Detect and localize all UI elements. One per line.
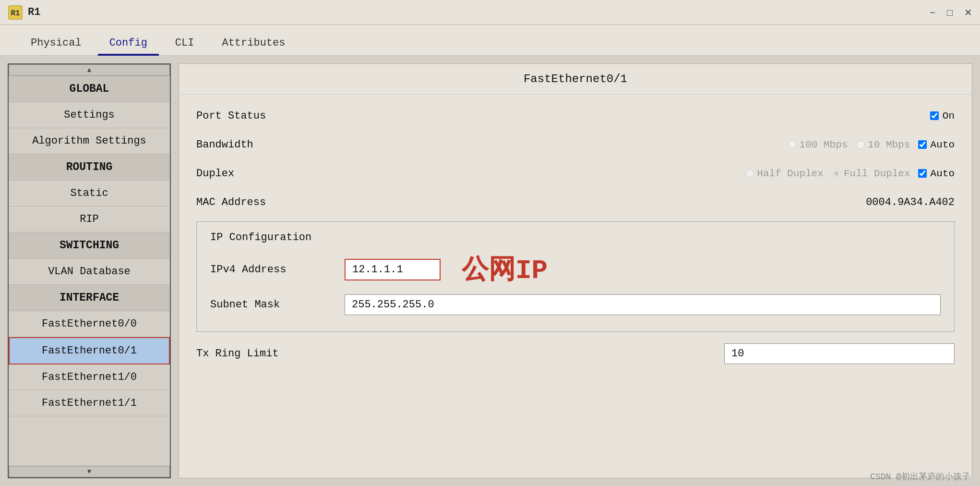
duplex-label: Duplex [196, 168, 331, 180]
sidebar: ▲ GLOBAL Settings Algorithm Settings ROU… [8, 63, 171, 478]
subnet-label: Subnet Mask [210, 299, 345, 311]
bandwidth-100-radio[interactable] [788, 140, 797, 149]
tab-bar: Physical Config CLI Attributes [0, 25, 980, 56]
bandwidth-10-radio[interactable] [856, 140, 865, 149]
bandwidth-auto-checkbox[interactable] [918, 140, 927, 149]
maximize-button[interactable]: □ [947, 8, 953, 17]
mac-address-value: 0004.9A34.A402 [866, 196, 955, 208]
sidebar-item-settings[interactable]: Settings [9, 102, 170, 128]
public-ip-annotation: 公网IP [462, 251, 548, 288]
watermark: CSDN @初出茅庐的小孩子 [870, 471, 970, 482]
ip-config-header: IP Configuration [210, 231, 941, 243]
bandwidth-controls: 100 Mbps 10 Mbps Auto [331, 139, 955, 150]
main-content: ▲ GLOBAL Settings Algorithm Settings ROU… [0, 56, 980, 486]
app-icon: R1 [8, 5, 23, 20]
duplex-auto-label: Auto [931, 168, 955, 179]
bandwidth-row: Bandwidth 100 Mbps 10 Mbps [196, 135, 955, 154]
port-status-controls: On [331, 110, 955, 122]
close-button[interactable]: ✕ [964, 8, 972, 17]
tab-cli[interactable]: CLI [164, 32, 206, 56]
app-title: R1 R1 [8, 5, 40, 20]
mac-address-label: MAC Address [196, 196, 331, 208]
duplex-controls: Half Duplex Full Duplex Auto [331, 168, 955, 179]
port-status-checkbox[interactable] [930, 111, 939, 120]
sidebar-item-algorithm-settings[interactable]: Algorithm Settings [9, 128, 170, 154]
bandwidth-radio-group: 100 Mbps 10 Mbps [788, 139, 910, 150]
scroll-down-button[interactable]: ▼ [9, 466, 170, 477]
panel-body: Port Status On Bandwidth 100 Mbps [179, 95, 972, 478]
title-bar: R1 R1 − □ ✕ [0, 0, 980, 25]
duplex-radio-group: Half Duplex Full Duplex [745, 168, 910, 179]
duplex-half-option: Half Duplex [745, 168, 824, 179]
duplex-full-option: Full Duplex [832, 168, 910, 179]
mac-address-controls: 0004.9A34.A402 [331, 196, 955, 208]
sidebar-item-static[interactable]: Static [9, 181, 170, 207]
ipv4-row: IPv4 Address 公网IP [210, 251, 941, 288]
bandwidth-100-option: 100 Mbps [788, 139, 848, 150]
tab-attributes[interactable]: Attributes [210, 32, 297, 56]
duplex-auto-checkbox[interactable] [918, 169, 927, 178]
sidebar-item-fastethernet00[interactable]: FastEthernet0/0 [9, 311, 170, 337]
window-controls: − □ ✕ [930, 8, 972, 17]
sidebar-scroll[interactable]: GLOBAL Settings Algorithm Settings ROUTI… [9, 76, 170, 466]
sidebar-item-fastethernet01[interactable]: FastEthernet0/1 [9, 337, 170, 364]
ipv4-label: IPv4 Address [210, 264, 345, 276]
duplex-full-radio[interactable] [832, 169, 841, 178]
minimize-button[interactable]: − [930, 8, 935, 17]
sidebar-item-rip[interactable]: RIP [9, 207, 170, 232]
port-status-label: Port Status [196, 110, 331, 122]
sidebar-item-fastethernet10[interactable]: FastEthernet1/0 [9, 364, 170, 390]
panel-title: FastEthernet0/1 [179, 64, 972, 95]
sidebar-item-fastethernet11[interactable]: FastEthernet1/1 [9, 390, 170, 416]
right-panel: FastEthernet0/1 Port Status On Bandwidth [179, 63, 972, 478]
duplex-full-label: Full Duplex [844, 168, 910, 179]
subnet-row: Subnet Mask [210, 294, 941, 315]
subnet-input-container [345, 294, 941, 315]
bandwidth-auto-label: Auto [931, 139, 955, 150]
port-status-checkbox-container: On [930, 110, 955, 122]
tab-config[interactable]: Config [98, 32, 159, 56]
tx-ring-row: Tx Ring Limit [196, 343, 955, 364]
bandwidth-100-label: 100 Mbps [800, 139, 848, 150]
duplex-row: Duplex Half Duplex Full Duplex [196, 164, 955, 183]
sidebar-item-global-header: GLOBAL [9, 76, 170, 102]
sidebar-item-routing-header: ROUTING [9, 154, 170, 181]
subnet-input[interactable] [345, 294, 941, 315]
sidebar-item-switching-header: SWITCHING [9, 232, 170, 259]
tx-ring-label: Tx Ring Limit [196, 348, 331, 360]
bandwidth-auto-container: Auto [918, 139, 955, 150]
mac-address-row: MAC Address 0004.9A34.A402 [196, 193, 955, 212]
duplex-half-label: Half Duplex [757, 168, 824, 179]
ipv4-input[interactable] [345, 259, 441, 280]
ipv4-input-container: 公网IP [345, 251, 941, 288]
sidebar-item-interface-header: INTERFACE [9, 285, 170, 311]
svg-text:R1: R1 [11, 9, 20, 18]
port-status-checkbox-label: On [943, 110, 955, 122]
tab-physical[interactable]: Physical [19, 32, 93, 56]
tx-ring-controls [331, 343, 955, 364]
tx-ring-input[interactable] [724, 343, 955, 364]
sidebar-item-vlan-database[interactable]: VLAN Database [9, 259, 170, 285]
bandwidth-label: Bandwidth [196, 139, 331, 151]
bandwidth-10-label: 10 Mbps [868, 139, 910, 150]
port-status-row: Port Status On [196, 106, 955, 125]
duplex-auto-container: Auto [918, 168, 955, 179]
scroll-up-button[interactable]: ▲ [9, 64, 170, 76]
app-name: R1 [28, 6, 40, 18]
bandwidth-10-option: 10 Mbps [856, 139, 910, 150]
ip-config-section: IP Configuration IPv4 Address 公网IP Subne… [196, 221, 955, 332]
duplex-half-radio[interactable] [745, 169, 754, 178]
